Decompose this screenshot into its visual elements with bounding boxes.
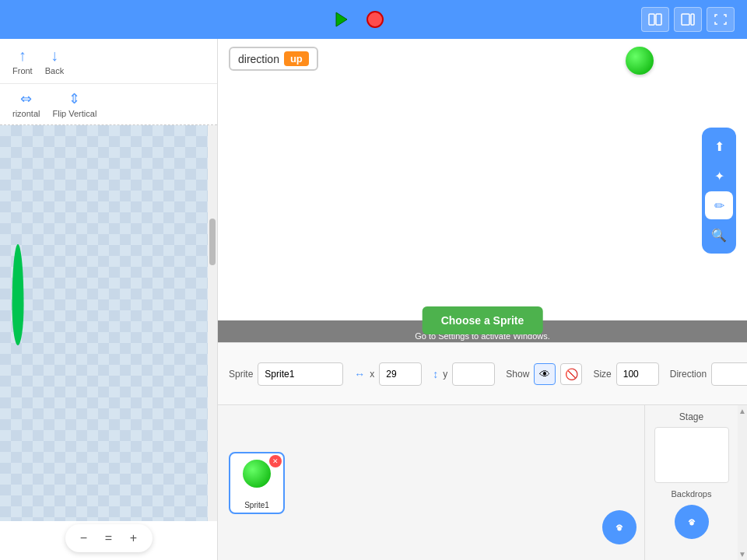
bottom-section: ✕ Sprite1 <box>218 404 747 560</box>
green-flag-button[interactable] <box>328 7 353 32</box>
y-input[interactable] <box>452 362 495 386</box>
sprite-delete-button[interactable]: ✕ <box>269 455 282 467</box>
layout-btn-1[interactable] <box>641 7 669 32</box>
svg-point-6 <box>617 527 622 531</box>
x-axis-icon: ↔ <box>354 368 365 380</box>
crosshair-toolbar-button[interactable]: ✦ <box>705 162 733 190</box>
show-visible-button[interactable]: 👁 <box>534 363 556 385</box>
checkerboard-bg <box>0 125 217 521</box>
choose-sprite-button[interactable]: Choose a Sprite <box>423 306 543 334</box>
x-label: x <box>370 369 374 380</box>
flip-horizontal-button[interactable]: ⇔ rizontal <box>12 90 40 118</box>
green-shape <box>12 244 24 345</box>
stop-circle <box>366 11 384 28</box>
back-button[interactable]: ↓ Back <box>45 47 64 75</box>
flip-vertical-label: Flip Vertical <box>52 109 96 118</box>
stop-button[interactable] <box>363 7 388 32</box>
crosshair-icon: ✦ <box>714 169 724 184</box>
stage-panel-title: Stage <box>679 411 703 422</box>
app-container: ↑ Front ↓ Back ⇔ rizontal ⇕ Flip Vertica… <box>0 0 747 560</box>
stage-canvas <box>218 78 700 342</box>
main-content: ↑ Front ↓ Back ⇔ rizontal ⇕ Flip Vertica… <box>0 39 747 560</box>
floating-toolbar: ⬆ ✦ ✏ 🔍 <box>702 128 736 254</box>
front-label: Front <box>12 66 33 75</box>
flip-vertical-icon: ⇕ <box>68 90 80 107</box>
right-scrollbar[interactable]: ▲ ▼ <box>738 405 747 560</box>
flip-controls: ⇔ rizontal ⇕ Flip Vertical <box>0 84 217 125</box>
top-bar-center <box>328 7 388 32</box>
y-axis-icon: ↕ <box>433 368 438 380</box>
search-toolbar-button[interactable]: 🔍 <box>705 221 733 249</box>
direction-input[interactable] <box>711 362 747 386</box>
front-button[interactable]: ↑ Front <box>12 47 33 75</box>
stage-area: direction up ⬆ ✦ ✏ <box>218 39 747 342</box>
canvas-area <box>0 125 217 521</box>
x-input[interactable] <box>379 362 422 386</box>
direction-label: Direction <box>670 369 707 380</box>
size-label: Size <box>593 369 611 380</box>
pencil-icon: ✏ <box>714 198 724 213</box>
scrollbar-thumb <box>209 219 216 265</box>
sprites-row: ✕ Sprite1 <box>218 405 644 560</box>
sprite-name-group: Sprite <box>229 362 343 386</box>
sprite-thumbnail[interactable]: ✕ Sprite1 <box>229 452 285 514</box>
size-input[interactable] <box>616 362 659 386</box>
zoom-in-button[interactable]: + <box>123 527 145 549</box>
direction-text: direction <box>238 53 279 65</box>
scroll-down-arrow[interactable]: ▼ <box>738 548 746 560</box>
svg-point-8 <box>689 521 694 526</box>
green-ball <box>626 47 654 75</box>
show-hidden-button[interactable]: 🚫 <box>560 363 582 385</box>
y-coord-group: ↕ y <box>433 362 495 386</box>
left-panel: ↑ Front ↓ Back ⇔ rizontal ⇕ Flip Vertica… <box>0 39 218 560</box>
add-sprite-button[interactable] <box>602 510 637 544</box>
sprite-thumb-name: Sprite1 <box>244 501 269 509</box>
sprite-thumb-ball <box>243 460 271 488</box>
stage-header-bar: direction up <box>218 39 747 79</box>
sprite-name-input[interactable] <box>258 362 343 386</box>
svg-rect-1 <box>649 14 654 25</box>
svg-rect-4 <box>691 14 694 25</box>
svg-marker-0 <box>336 12 347 26</box>
layout-btn-2[interactable] <box>674 7 702 32</box>
search-icon: 🔍 <box>711 228 727 243</box>
right-section: direction up ⬆ ✦ ✏ <box>218 39 747 560</box>
sprite-label: Sprite <box>229 369 253 380</box>
svg-rect-3 <box>682 14 689 25</box>
size-group: Size <box>593 362 658 386</box>
show-controls: Show 👁 🚫 <box>506 363 582 385</box>
stage-preview <box>654 427 729 483</box>
direction-group: Direction <box>670 362 747 386</box>
direction-value: up <box>284 51 309 66</box>
costume-controls: ↑ Front ↓ Back <box>0 39 217 84</box>
direction-badge: direction up <box>229 47 318 71</box>
flip-horizontal-icon: ⇔ <box>20 90 32 107</box>
x-coord-group: ↔ x <box>354 362 422 386</box>
sprite-info-bar: Sprite ↔ x ↕ y Show 👁 🚫 <box>218 342 747 404</box>
pencil-toolbar-button[interactable]: ✏ <box>705 191 733 219</box>
scroll-up-arrow[interactable]: ▲ <box>738 405 746 417</box>
y-label: y <box>443 369 447 380</box>
backdrops-label: Backdrops <box>672 489 712 499</box>
top-bar <box>0 0 747 39</box>
back-icon: ↓ <box>51 47 58 65</box>
stage-side-panel: Stage Backdrops <box>644 405 738 560</box>
svg-rect-2 <box>656 14 661 25</box>
fullscreen-button[interactable] <box>707 7 735 32</box>
zoom-out-button[interactable]: − <box>73 527 95 549</box>
top-bar-right <box>641 7 735 32</box>
flip-vertical-button[interactable]: ⇕ Flip Vertical <box>52 90 96 118</box>
show-label: Show <box>506 369 529 380</box>
canvas-scrollbar[interactable] <box>208 125 217 521</box>
upload-toolbar-button[interactable]: ⬆ <box>705 132 733 160</box>
zoom-controls: − = + <box>65 524 153 552</box>
zoom-reset-button[interactable]: = <box>98 527 120 549</box>
back-label: Back <box>45 66 64 75</box>
front-icon: ↑ <box>19 47 26 65</box>
add-backdrop-button[interactable] <box>675 505 709 539</box>
flip-horizontal-label: rizontal <box>12 109 40 118</box>
upload-icon: ⬆ <box>714 139 724 154</box>
